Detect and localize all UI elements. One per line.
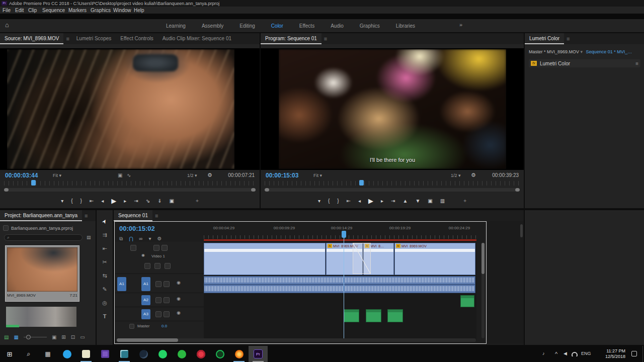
mark-out-icon[interactable]: } <box>337 198 339 204</box>
side-scrollbar[interactable] <box>520 224 523 237</box>
add-marker-icon[interactable]: ▾ <box>318 198 320 204</box>
taskbar-app-firefox[interactable] <box>229 346 249 362</box>
program-timecode[interactable]: 00:00:15:03 <box>266 172 298 179</box>
taskbar-app-notes[interactable] <box>76 346 96 362</box>
action-center-icon[interactable] <box>631 351 637 356</box>
task-view-button[interactable]: ▦ <box>38 346 57 362</box>
source-timecode[interactable]: 00:00:03:44 <box>5 172 38 179</box>
thumbnail-zoom-slider[interactable] <box>24 337 47 337</box>
workspace-tab-effects[interactable]: Effects <box>299 23 314 29</box>
tab-sequence[interactable]: Sequence 01 <box>114 210 152 221</box>
source-patch-a1[interactable]: A1 <box>117 277 126 291</box>
taskbar-app-line[interactable] <box>172 346 191 362</box>
panel-menu-icon[interactable]: ≡ <box>82 213 90 219</box>
workspace-tab-learning[interactable]: Learning <box>166 23 186 29</box>
tab-lumetri-scopes[interactable]: Lumetri Scopes <box>72 33 116 44</box>
menu-markers[interactable]: Markers <box>68 8 87 13</box>
taskbar-app-purple[interactable] <box>96 346 115 362</box>
button-editor-icon[interactable]: + <box>463 198 466 204</box>
master-lock-icon[interactable] <box>129 324 134 329</box>
timeline-timecode[interactable]: 00:00:15:02 <box>119 225 155 232</box>
taskbar-app-spotify[interactable] <box>210 346 229 362</box>
goto-out-icon[interactable]: ⇥ <box>391 198 395 204</box>
master-gain-value[interactable]: 0.0 <box>162 324 167 328</box>
panel-menu-icon[interactable]: ≡ <box>152 213 160 219</box>
lumetri-sequence-clip[interactable]: Sequence 01 * MVI_… <box>586 49 632 54</box>
taskbar-app-whatsapp[interactable] <box>153 346 172 362</box>
workspace-tab-audio[interactable]: Audio <box>331 23 344 29</box>
start-button[interactable]: ⊞ <box>0 346 19 362</box>
clock[interactable]: 11:27 PM 12/5/2018 <box>596 348 625 359</box>
slip-tool-icon[interactable]: ⇆ <box>102 273 107 279</box>
home-icon[interactable]: ⌂ <box>5 21 9 29</box>
menu-help[interactable]: Help <box>134 8 144 13</box>
source-scrubber[interactable] <box>0 180 260 193</box>
mic-icon[interactable]: ◉ <box>177 296 181 301</box>
goto-in-icon[interactable]: ⇤ <box>347 198 351 204</box>
track-select-a2[interactable]: A2 <box>141 295 150 305</box>
panel-menu-icon[interactable]: ≡ <box>564 36 572 42</box>
step-back-icon[interactable]: ◂ <box>358 198 361 204</box>
track-select-a3[interactable]: A3 <box>141 309 150 319</box>
add-marker-icon[interactable]: ▾ <box>61 198 63 204</box>
source-zoom-bar[interactable] <box>4 188 256 192</box>
project-item-thumbnail[interactable] <box>6 307 76 327</box>
workspace-overflow-icon[interactable]: » <box>459 22 462 28</box>
tab-audio-clip-mixer[interactable]: Audio Clip Mixer: Sequence 01 <box>158 33 236 44</box>
program-settings-wrench-icon[interactable]: ⚙ <box>471 172 476 178</box>
source-playhead[interactable] <box>31 180 36 186</box>
step-back-icon[interactable]: ◂ <box>101 198 104 204</box>
comparison-view-icon[interactable]: ▥ <box>440 198 445 204</box>
button-editor-icon[interactable]: + <box>196 198 199 204</box>
menu-sequence[interactable]: Sequence <box>42 8 65 13</box>
workspace-tab-color[interactable]: Color <box>271 23 283 29</box>
track-button[interactable] <box>154 263 160 269</box>
menu-graphics[interactable]: Graphics <box>91 8 111 13</box>
ripple-edit-tool-icon[interactable]: ⇤ <box>102 245 107 252</box>
source-resolution-dropdown[interactable]: 1/2 ▾ <box>187 173 197 178</box>
solo-button[interactable] <box>164 297 170 303</box>
automate-to-sequence-icon[interactable]: ▣ <box>52 334 56 340</box>
language-indicator[interactable]: ENG <box>581 351 591 356</box>
mute-button[interactable] <box>155 281 162 287</box>
audio-sfx-clip[interactable] <box>366 309 381 322</box>
panel-menu-icon[interactable]: ≡ <box>321 36 330 42</box>
program-resolution-dropdown[interactable]: 1/2 ▾ <box>451 173 461 178</box>
track-button[interactable] <box>144 263 150 269</box>
mute-button[interactable] <box>155 297 162 303</box>
insert-icon[interactable]: ⇘ <box>146 198 150 204</box>
program-playhead[interactable] <box>359 180 364 186</box>
new-item-icon[interactable]: ⊡ <box>71 334 75 340</box>
workspace-tab-libraries[interactable]: Libraries <box>396 23 415 29</box>
timeline-ruler[interactable]: 00:00:04:29 00:00:09:29 00:00:14:29 00:0… <box>204 224 476 239</box>
project-search-input[interactable]: ⌕ <box>4 234 83 241</box>
lift-icon[interactable]: ▲ <box>403 198 408 204</box>
menu-clip[interactable]: Clip <box>28 8 37 13</box>
drag-video-icon[interactable]: ▣ <box>118 172 122 178</box>
taskbar-app-telegram[interactable] <box>57 346 76 362</box>
taskbar-app-opera[interactable] <box>191 346 210 362</box>
list-view-icon[interactable]: ▤ <box>4 334 9 340</box>
tab-program[interactable]: Program: Sequence 01 <box>261 33 321 44</box>
source-fit-dropdown[interactable]: Fit ▾ <box>53 173 61 178</box>
linked-selection-icon[interactable]: ∞ <box>139 236 142 242</box>
menu-file[interactable]: File <box>3 8 11 13</box>
video-clip[interactable] <box>204 243 326 275</box>
mark-out-icon[interactable]: } <box>80 198 82 204</box>
lumetri-master-clip[interactable]: Master * MVI_8969.MOV <box>529 49 579 54</box>
menu-window[interactable]: Window <box>113 8 131 13</box>
program-zoom-bar[interactable] <box>265 188 520 192</box>
new-bin-icon[interactable]: ⊞ <box>61 334 65 340</box>
add-marker-icon[interactable]: ▾ <box>148 236 151 242</box>
play-button[interactable]: ▶ <box>368 197 373 205</box>
export-frame-icon[interactable]: ▣ <box>428 198 432 204</box>
trash-icon[interactable]: ▭ <box>80 334 85 340</box>
mic-icon[interactable]: ◉ <box>177 280 181 285</box>
track-target-icon[interactable] <box>162 245 168 251</box>
solo-button[interactable] <box>164 311 170 317</box>
tab-effect-controls[interactable]: Effect Controls <box>116 33 157 44</box>
audio-sfx-clip[interactable] <box>344 309 359 322</box>
source-video-display[interactable] <box>0 48 260 170</box>
workspace-tab-editing[interactable]: Editing <box>239 23 255 29</box>
mute-button[interactable] <box>155 311 162 317</box>
